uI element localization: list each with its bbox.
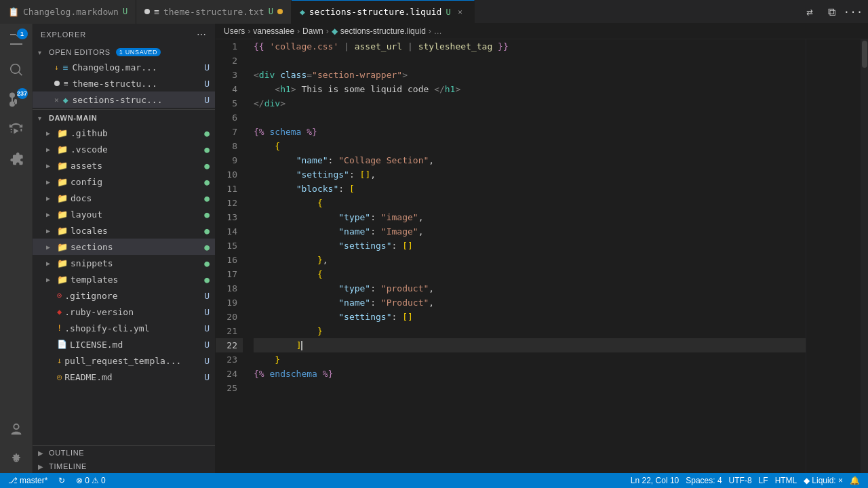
- open-editors-chevron: ▾: [38, 49, 46, 56]
- tree-ruby[interactable]: ◆ .ruby-version U: [33, 304, 215, 320]
- code-line-4: <h1> This is some liquid code </h1>: [254, 82, 806, 96]
- status-errors[interactable]: ⊗ 0 ⚠ 0: [73, 473, 108, 488]
- tree-vscode[interactable]: ▶ 📁 .vscode ●: [33, 141, 215, 157]
- code-line-18: "type": "product",: [254, 281, 806, 296]
- activity-search[interactable]: [3, 56, 30, 83]
- dawn-main-header[interactable]: ▾ DAWN-MAIN: [33, 111, 215, 125]
- tree-templates[interactable]: ▶ 📁 templates ●: [33, 271, 215, 287]
- breadcrumb-vanessa[interactable]: vanessalee: [253, 26, 294, 36]
- tree-shopify[interactable]: ! .shopify-cli.yml U: [33, 320, 215, 336]
- docs-status: ●: [204, 193, 210, 203]
- timeline-panel-header[interactable]: ▶ TIMELINE: [33, 460, 215, 473]
- status-sync[interactable]: ↻: [56, 473, 68, 488]
- assets-chevron: ▶: [46, 162, 54, 169]
- tree-sections[interactable]: ▶ 📁 sections ●: [33, 239, 215, 255]
- activity-bar: 1 237: [0, 24, 33, 473]
- tree-snippets[interactable]: ▶ 📁 snippets ●: [33, 255, 215, 271]
- status-notification[interactable]: 🔔: [847, 473, 863, 488]
- theme-dot-icon: [54, 81, 60, 86]
- tree-layout[interactable]: ▶ 📁 layout ●: [33, 206, 215, 222]
- tree-license[interactable]: 📄 LICENSE.md U: [33, 336, 215, 352]
- tab-liquid-status: U: [446, 7, 450, 17]
- more-actions-icon[interactable]: ···: [844, 2, 863, 21]
- tree-locales[interactable]: ▶ 📁 locales ●: [33, 222, 215, 239]
- activity-debug[interactable]: [3, 116, 30, 143]
- scrollbar-thumb[interactable]: [862, 41, 867, 68]
- github-chevron: ▶: [46, 129, 54, 137]
- sections-label: sections: [71, 242, 113, 252]
- readme-status: U: [204, 372, 210, 382]
- code-line-13: "type": "image",: [254, 210, 806, 224]
- layout-folder-icon: 📁: [57, 209, 68, 220]
- activity-git[interactable]: 237: [3, 86, 30, 113]
- layout-status: ●: [204, 209, 210, 220]
- tree-readme[interactable]: ◎ README.md U: [33, 369, 215, 385]
- tab-sections-liquid[interactable]: ◆ sections-structure.liquid U ✕: [292, 0, 475, 24]
- config-status: ●: [204, 177, 210, 187]
- tree-github[interactable]: ▶ 📁 .github ●: [33, 125, 215, 141]
- status-branch[interactable]: ⎇ master*: [5, 473, 50, 488]
- breadcrumb-dawn[interactable]: Dawn: [302, 26, 323, 36]
- locales-label: locales: [71, 226, 108, 236]
- vscode-folder-icon: 📁: [57, 144, 68, 155]
- activity-settings[interactable]: [3, 446, 30, 473]
- status-encoding[interactable]: UTF-8: [726, 473, 755, 488]
- sections-close-icon[interactable]: ✕: [54, 96, 59, 104]
- line-numbers: 12345 678910 1112131415 1617181920 21222…: [216, 39, 251, 473]
- outline-panel-header[interactable]: ▶ OUTLINE: [33, 446, 215, 460]
- tab-changelog[interactable]: 📋 Changelog.markdown U: [0, 0, 136, 24]
- changelog-arrow-icon: ↓: [54, 63, 59, 72]
- breadcrumb-current[interactable]: sections-structure.liquid: [340, 26, 426, 36]
- github-folder-icon: 📁: [57, 128, 68, 138]
- code-line-5: </div>: [254, 96, 806, 110]
- code-line-1: {{ 'collage.css' | asset_url | styleshee…: [254, 39, 806, 54]
- sidebar-header-icons: ⋯: [197, 29, 207, 40]
- branch-compare-icon[interactable]: ⇄: [800, 2, 819, 21]
- tab-theme-structure[interactable]: ≡ theme-structure.txt U: [136, 0, 292, 24]
- sections-file-icon: ◆: [63, 95, 68, 105]
- code-content[interactable]: {{ 'collage.css' | asset_url | styleshee…: [251, 39, 806, 473]
- scrollbar-track[interactable]: [860, 39, 868, 473]
- status-language[interactable]: HTML: [772, 473, 800, 488]
- app-container: 📋 Changelog.markdown U ≡ theme-structure…: [0, 0, 868, 488]
- activity-account[interactable]: [3, 416, 30, 443]
- breadcrumb-users[interactable]: Users: [224, 26, 245, 36]
- status-liquid[interactable]: ◆ Liquid: ×: [801, 473, 846, 488]
- bell-icon: 🔔: [850, 476, 860, 485]
- tab-close-button[interactable]: ✕: [455, 7, 466, 18]
- open-editor-theme[interactable]: ≡ theme-structu... U: [33, 75, 215, 92]
- tree-pullrequest[interactable]: ↓ pull_request_templa... U: [33, 352, 215, 369]
- tab-liquid-label: sections-structure.liquid: [309, 7, 442, 17]
- templates-status: ●: [204, 274, 210, 285]
- code-line-25: [254, 381, 806, 395]
- code-line-3: <div class="section-wrapper">: [254, 68, 806, 82]
- gitignore-icon: ⊙: [57, 291, 62, 300]
- open-editor-sections[interactable]: ✕ ◆ sections-struc... U: [33, 92, 215, 108]
- config-folder-icon: 📁: [57, 177, 68, 187]
- status-spaces[interactable]: Spaces: 4: [683, 473, 724, 488]
- new-file-icon[interactable]: ⋯: [197, 29, 207, 40]
- tab-theme-icon: ≡: [154, 7, 159, 17]
- dawn-main-label: DAWN-MAIN: [49, 114, 97, 122]
- theme-filename: theme-structu...: [73, 79, 157, 89]
- activity-files[interactable]: 1: [3, 26, 30, 54]
- open-editor-changelog[interactable]: ↓ ≡ Changelog.mar... U: [33, 59, 215, 75]
- status-position[interactable]: Ln 22, Col 10: [628, 473, 682, 488]
- activity-extensions[interactable]: [3, 146, 30, 173]
- shopify-label: .shopify-cli.yml: [64, 323, 149, 333]
- dawn-main-section: ▾ DAWN-MAIN ▶ 📁 .github ● ▶ 📁 .vscode ●: [33, 111, 215, 385]
- tree-assets[interactable]: ▶ 📁 assets ●: [33, 157, 215, 174]
- config-chevron: ▶: [46, 178, 54, 186]
- code-line-2: [254, 54, 806, 68]
- code-line-6: [254, 110, 806, 125]
- split-editor-icon[interactable]: ⧉: [822, 2, 841, 21]
- tree-config[interactable]: ▶ 📁 config ●: [33, 174, 215, 190]
- status-line-ending[interactable]: LF: [756, 473, 771, 488]
- tab-changelog-icon: 📋: [8, 7, 19, 17]
- tree-docs[interactable]: ▶ 📁 docs ●: [33, 190, 215, 206]
- code-editor[interactable]: 12345 678910 1112131415 1617181920 21222…: [216, 39, 868, 473]
- tab-theme-status: U: [269, 7, 273, 16]
- open-editors-header[interactable]: ▾ OPEN EDITORS 1 UNSAVED: [33, 45, 215, 59]
- tree-gitignore[interactable]: ⊙ .gitignore U: [33, 287, 215, 304]
- code-line-9: "name": "Collage Section",: [254, 153, 806, 167]
